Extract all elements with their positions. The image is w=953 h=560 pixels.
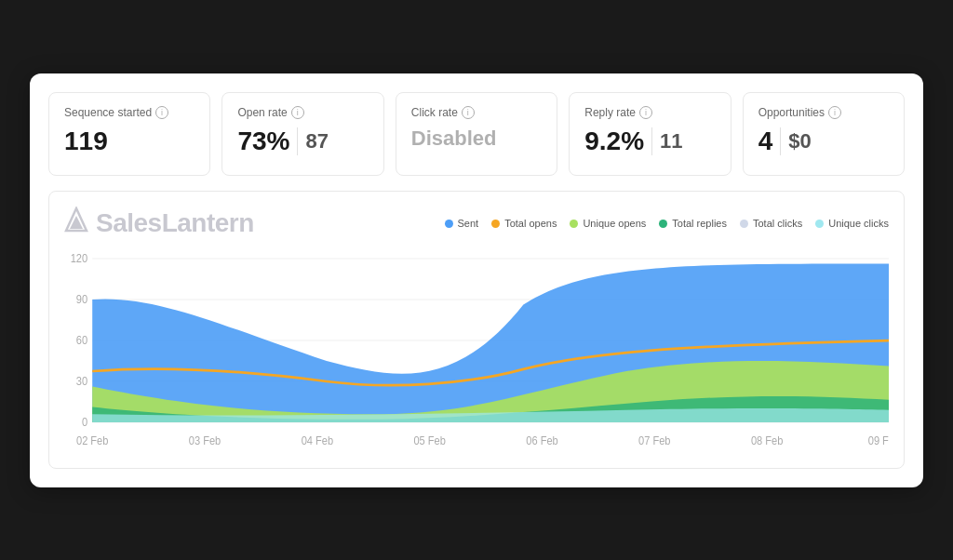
stat-label-opportunities: Opportunities i	[758, 106, 889, 119]
info-icon-sequence-started[interactable]: i	[155, 106, 168, 119]
stats-row: Sequence started i 119 Open rate i 73% 8…	[48, 92, 905, 176]
legend-item-total-replies: Total replies	[659, 218, 727, 229]
stat-value-click-rate: Disabled	[411, 127, 542, 151]
info-icon-open-rate[interactable]: i	[291, 106, 304, 119]
svg-text:60: 60	[76, 334, 87, 346]
legend-dot-unique-opens	[570, 220, 578, 228]
stat-label-reply-rate: Reply rate i	[584, 106, 715, 119]
divider-reply-rate	[651, 127, 652, 155]
stat-card-reply-rate: Reply rate i 9.2% 11	[569, 92, 731, 176]
stat-value-reply-rate: 9.2% 11	[584, 127, 715, 156]
svg-text:06 Feb: 06 Feb	[526, 434, 557, 447]
legend-item-unique-clicks: Unique clicks	[815, 218, 889, 229]
legend-dot-total-replies	[659, 220, 667, 228]
svg-text:03 Feb: 03 Feb	[189, 434, 221, 447]
legend-dot-sent	[445, 220, 453, 228]
info-icon-opportunities[interactable]: i	[828, 106, 841, 119]
stat-card-open-rate: Open rate i 73% 87	[221, 92, 383, 176]
stat-card-opportunities: Opportunities i 4 $0	[743, 92, 905, 176]
stat-label-open-rate: Open rate i	[237, 106, 368, 119]
svg-text:0: 0	[82, 416, 87, 428]
stat-card-sequence-started: Sequence started i 119	[48, 92, 210, 176]
svg-text:120: 120	[71, 252, 87, 264]
legend-label-total-replies: Total replies	[672, 218, 727, 229]
stat-value-opportunities: 4 $0	[758, 127, 889, 156]
chart-card: SalesLantern SentTotal opensUnique opens…	[48, 191, 905, 469]
stat-card-click-rate: Click rate i Disabled	[396, 92, 557, 176]
divider-open-rate	[297, 127, 298, 155]
svg-text:07 Feb: 07 Feb	[638, 434, 670, 447]
legend-dot-total-clicks	[740, 220, 748, 228]
dashboard: Sequence started i 119 Open rate i 73% 8…	[30, 73, 923, 487]
chart-header: SalesLantern SentTotal opensUnique opens…	[64, 207, 889, 241]
svg-text:04 Feb: 04 Feb	[302, 434, 333, 447]
stat-value-sequence-started: 119	[64, 127, 195, 156]
legend-label-unique-clicks: Unique clicks	[828, 218, 889, 229]
svg-text:05 Feb: 05 Feb	[413, 434, 445, 447]
info-icon-click-rate[interactable]: i	[462, 106, 475, 119]
legend-label-sent: Sent	[458, 218, 479, 229]
svg-text:09 Feb: 09 Feb	[868, 434, 889, 447]
svg-text:08 Feb: 08 Feb	[751, 434, 783, 447]
svg-text:30: 30	[76, 375, 87, 387]
chart-area: 120 90 60 30 0 02 Feb 03 Feb 04 Feb	[64, 248, 889, 453]
legend-item-total-opens: Total opens	[491, 218, 557, 229]
watermark-icon	[64, 207, 88, 241]
divider-opportunities	[780, 127, 781, 155]
stat-label-sequence-started: Sequence started i	[64, 106, 195, 119]
chart-svg: 120 90 60 30 0 02 Feb 03 Feb 04 Feb	[64, 248, 889, 453]
legend-dot-total-opens	[491, 220, 500, 228]
svg-text:02 Feb: 02 Feb	[76, 434, 108, 447]
legend-label-total-clicks: Total clicks	[753, 218, 802, 229]
legend-label-total-opens: Total opens	[504, 218, 557, 229]
legend-label-unique-opens: Unique opens	[583, 218, 646, 229]
svg-text:90: 90	[76, 293, 87, 305]
stat-label-click-rate: Click rate i	[411, 106, 542, 119]
stat-value-open-rate: 73% 87	[237, 127, 368, 156]
legend-item-unique-opens: Unique opens	[570, 218, 646, 229]
watermark: SalesLantern	[64, 207, 254, 241]
legend-item-total-clicks: Total clicks	[740, 218, 802, 229]
legend-dot-unique-clicks	[815, 220, 824, 228]
info-icon-reply-rate[interactable]: i	[639, 106, 652, 119]
chart-legend: SentTotal opensUnique opensTotal replies…	[445, 218, 890, 229]
legend-item-sent: Sent	[445, 218, 479, 229]
